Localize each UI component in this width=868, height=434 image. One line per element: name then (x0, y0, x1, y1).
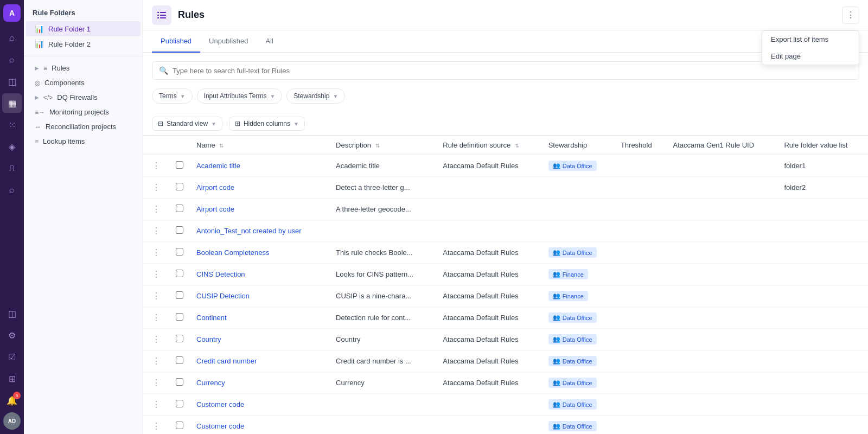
main-content: Rules ⋮ Export list of items Edit page P… (143, 0, 868, 434)
edit-page-menu-item[interactable]: Edit page (762, 48, 859, 65)
row-folder-value-cell (777, 416, 868, 435)
tab-published[interactable]: Published (152, 30, 200, 53)
row-checkbox[interactable] (176, 205, 183, 212)
user-avatar[interactable]: AD (3, 412, 21, 430)
row-folder-value-cell (777, 372, 868, 394)
home-nav-icon[interactable]: ⌂ (2, 28, 22, 48)
row-checkbox[interactable] (176, 378, 183, 386)
input-attributes-filter-label: Input Attributes Terms (204, 92, 267, 100)
more-options-button[interactable]: ⋮ (842, 7, 859, 24)
row-threshold-cell (614, 264, 667, 285)
row-context-menu-icon[interactable]: ⋮ (150, 270, 163, 279)
row-rule-uid-cell (666, 416, 777, 435)
row-checkbox-cell (169, 285, 190, 307)
search2-nav-icon[interactable]: ⌕ (2, 180, 22, 200)
row-name-cell: Country (190, 329, 329, 350)
grid-nav-icon[interactable]: ▦ (2, 93, 22, 113)
row-menu-cell: ⋮ (143, 264, 169, 285)
sidebar-item-lookup[interactable]: ≡ Lookup items (26, 134, 141, 149)
hidden-columns-label: Hidden columns (244, 120, 290, 127)
hidden-columns-button[interactable]: ⊞ Hidden columns ▼ (229, 117, 305, 131)
users-nav-icon[interactable]: ⁙ (2, 115, 22, 135)
row-checkbox-cell (169, 220, 190, 242)
sidebar-item-label-lookup: Lookup items (43, 137, 85, 145)
row-context-menu-icon[interactable]: ⋮ (150, 205, 163, 214)
shield-nav-icon[interactable]: ◈ (2, 137, 22, 156)
sidebar-item-label-rules: Rules (52, 64, 69, 72)
row-folder-value-cell (777, 242, 868, 264)
file-nav-icon[interactable]: ◫ (2, 304, 22, 323)
stewardship-badge-icon: 👥 (553, 314, 560, 321)
row-menu-cell: ⋮ (143, 329, 169, 350)
row-threshold-cell (614, 242, 667, 264)
sidebar-item-rules[interactable]: ▶ ≡ Rules (26, 61, 141, 75)
sidebar-item-monitoring[interactable]: ≡→ Monitoring projects (26, 105, 141, 119)
row-checkbox[interactable] (176, 356, 183, 364)
row-rule-uid-cell (666, 394, 777, 416)
row-name-cell: Academic title (190, 155, 329, 177)
row-rule-source-cell (436, 416, 541, 435)
table-row: ⋮ Airport code Detect a three-letter g..… (143, 177, 868, 199)
row-context-menu-icon[interactable]: ⋮ (150, 378, 163, 387)
row-context-menu-icon[interactable]: ⋮ (150, 335, 163, 344)
row-context-menu-icon[interactable]: ⋮ (150, 291, 163, 301)
row-context-menu-icon[interactable]: ⋮ (150, 248, 163, 257)
row-rule-source-cell: Ataccama Default Rules (436, 372, 541, 394)
tab-unpublished[interactable]: Unpublished (200, 30, 257, 53)
input-attributes-terms-filter-button[interactable]: Input Attributes Terms ▼ (197, 88, 283, 104)
chart-nav-icon[interactable]: ⎍ (2, 158, 22, 178)
svg-rect-1 (160, 12, 166, 13)
col-description-header[interactable]: Description ⇅ (329, 136, 436, 155)
search-nav-icon[interactable]: ⌕ (2, 50, 22, 69)
row-checkbox[interactable] (176, 313, 183, 321)
export-list-menu-item[interactable]: Export list of items (762, 31, 859, 48)
row-checkbox[interactable] (176, 226, 183, 234)
col-name-header[interactable]: Name ⇅ (190, 136, 329, 155)
row-checkbox-cell (169, 155, 190, 177)
check-nav-icon[interactable]: ☑ (2, 347, 22, 367)
row-context-menu-icon[interactable]: ⋮ (150, 356, 163, 366)
row-folder-value-cell (777, 350, 868, 372)
row-stewardship-cell (542, 220, 614, 242)
sidebar-header: Rule Folders (24, 7, 143, 21)
search-input[interactable] (173, 67, 852, 75)
sidebar-item-reconciliation[interactable]: ↔ Reconciliation projects (26, 119, 141, 134)
row-checkbox[interactable] (176, 161, 183, 169)
sidebar-item-rule-folder-1[interactable]: 📊 Rule Folder 1 (26, 21, 141, 36)
row-context-menu-icon[interactable]: ⋮ (150, 161, 163, 170)
row-folder-value-cell: folder2 (777, 177, 868, 199)
row-context-menu-icon[interactable]: ⋮ (150, 226, 163, 235)
row-context-menu-icon[interactable]: ⋮ (150, 183, 163, 192)
row-context-menu-icon[interactable]: ⋮ (150, 313, 163, 322)
row-context-menu-icon[interactable]: ⋮ (150, 422, 163, 431)
stewardship-filter-button[interactable]: Stewardship ▼ (286, 88, 345, 104)
svg-rect-5 (160, 17, 166, 18)
row-checkbox[interactable] (176, 270, 183, 277)
settings-nav-icon[interactable]: ⚙ (2, 326, 22, 345)
sidebar-item-dq-firewalls[interactable]: ▶ </> DQ Firewalls (26, 90, 141, 105)
row-checkbox-cell (169, 394, 190, 416)
row-checkbox[interactable] (176, 183, 183, 190)
row-folder-value-cell (777, 394, 868, 416)
sidebar-item-components[interactable]: ◎ Components (26, 75, 141, 90)
grid2-nav-icon[interactable]: ⊞ (2, 369, 22, 388)
row-rule-source-cell (436, 220, 541, 242)
book-nav-icon[interactable]: ◫ (2, 72, 22, 91)
table-row: ⋮ Customer code 👥 Data Office (143, 416, 868, 435)
row-context-menu-icon[interactable]: ⋮ (150, 400, 163, 409)
terms-filter-button[interactable]: Terms ▼ (152, 88, 193, 104)
tab-all[interactable]: All (257, 30, 282, 53)
col-rule-source-header[interactable]: Rule definition source ⇅ (436, 136, 541, 155)
row-checkbox[interactable] (176, 335, 183, 342)
row-checkbox[interactable] (176, 248, 183, 256)
row-checkbox[interactable] (176, 400, 183, 407)
row-name-cell: CUSIP Detection (190, 285, 329, 307)
standard-view-button[interactable]: ⊟ Standard view ▼ (152, 117, 222, 131)
row-checkbox[interactable] (176, 422, 183, 429)
table-row: ⋮ Academic title Academic title Ataccama… (143, 155, 868, 177)
sidebar-item-rule-folder-2[interactable]: 📊 Rule Folder 2 (26, 36, 141, 52)
row-rule-source-cell: Ataccama Default Rules (436, 350, 541, 372)
bell-nav-icon[interactable]: 🔔 8 (2, 391, 22, 410)
row-checkbox[interactable] (176, 291, 183, 299)
row-menu-cell: ⋮ (143, 220, 169, 242)
